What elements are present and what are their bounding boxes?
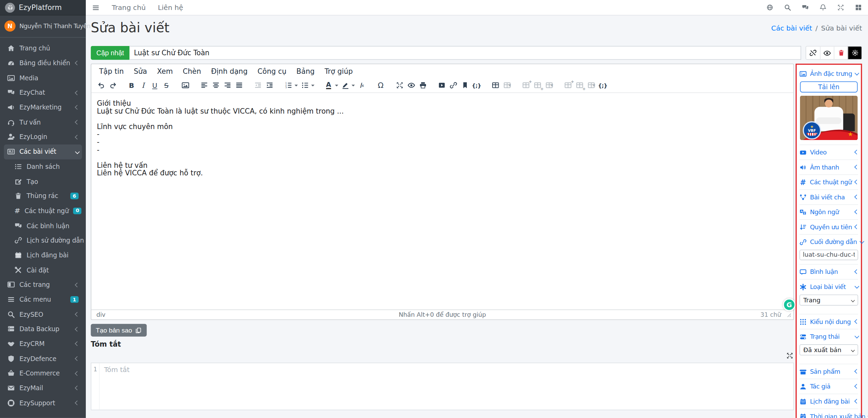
upload-button[interactable]: Tải lên: [800, 81, 858, 92]
code-sample-button[interactable]: {;}: [597, 79, 609, 92]
user-panel[interactable]: N Nguyễn Thị Thanh Tuyền: [0, 15, 86, 38]
italic-button[interactable]: I: [137, 79, 149, 92]
update-button[interactable]: Cập nhật: [91, 46, 130, 60]
sidebar-item-thung-rac[interactable]: Thùng rác6: [11, 189, 82, 204]
section-header-post-type[interactable]: Loại bài viết: [799, 280, 858, 293]
section-header-video[interactable]: Video: [799, 146, 858, 159]
anchor-button[interactable]: [459, 79, 471, 92]
undo-button[interactable]: [95, 79, 107, 92]
bold-button[interactable]: B: [126, 79, 137, 92]
section-header-language[interactable]: Ngôn ngữ: [799, 205, 858, 219]
section-header-author[interactable]: Tác giả: [799, 380, 858, 393]
hamburger-icon[interactable]: [92, 3, 100, 11]
insert-image-button[interactable]: [180, 79, 191, 92]
align-right-button[interactable]: [221, 79, 233, 92]
post-type-select[interactable]: Trang: [799, 294, 858, 305]
sidebar-item-lich-su-duong-dan[interactable]: Lịch sử đường dẫn: [11, 233, 82, 248]
redo-button[interactable]: [107, 79, 118, 92]
insert-media-button[interactable]: [436, 79, 448, 92]
section-header-schedule[interactable]: Lịch đăng bài: [799, 395, 858, 408]
bullet-list-button[interactable]: [299, 79, 311, 92]
text-color-button[interactable]: A: [323, 79, 334, 92]
section-header-products[interactable]: Sản phẩm: [799, 365, 858, 378]
sidebar-item-ezymail[interactable]: EzyMail: [4, 381, 82, 396]
sidebar-item-danh-sach[interactable]: Danh sách: [11, 159, 82, 174]
slug-input[interactable]: [799, 250, 858, 260]
numbered-list-button[interactable]: [282, 79, 294, 92]
align-justify-button[interactable]: [233, 79, 245, 92]
chevron-down-icon[interactable]: [294, 85, 298, 88]
sidebar-item-cac-thuat-ngu[interactable]: #Các thuật ngữ0: [11, 204, 82, 218]
indent-button[interactable]: [264, 79, 275, 92]
sidebar-item-tao[interactable]: Tạo: [11, 174, 82, 189]
sidebar-item-media[interactable]: Media: [4, 70, 82, 85]
print-button[interactable]: [417, 79, 429, 92]
clear-formatting-button[interactable]: Ix: [356, 79, 368, 92]
special-char-button[interactable]: Ω: [375, 79, 386, 92]
unlink-button[interactable]: [806, 47, 820, 59]
delete-table-button[interactable]: ×: [501, 79, 513, 92]
sidebar-item-bang-dieu-khien[interactable]: Bảng điều khiển: [4, 56, 82, 70]
row-below-button[interactable]: +: [532, 79, 543, 92]
sidebar-item-trang-chu[interactable]: Trang chủ: [4, 41, 82, 56]
section-header-status[interactable]: Trạng thái: [799, 330, 858, 343]
outdent-button[interactable]: [252, 79, 264, 92]
sidebar-item-cac-menu[interactable]: Các menu1: [4, 292, 82, 307]
sidebar-item-ezyseo[interactable]: EzySEO: [4, 307, 82, 322]
menu-tools[interactable]: Công cụ: [253, 67, 291, 75]
section-header-slug[interactable]: Cuối đường dẫn: [799, 235, 858, 249]
topbar-link-home[interactable]: Trang chủ: [112, 3, 146, 12]
duplicate-button[interactable]: Tạo bản sao: [91, 324, 147, 337]
sidebar-item-e-commerce[interactable]: E-Commerce: [4, 366, 82, 381]
sidebar-item-lich-dang-bai[interactable]: Lịch đăng bài: [11, 248, 82, 263]
editor-content[interactable]: Giới thiệu Luật sư Chử Đức Toàn là luật …: [91, 94, 793, 310]
section-header-publish-time[interactable]: Thời gian xuất bản: [799, 410, 858, 418]
summary-editor[interactable]: 1 Tóm tắt: [91, 363, 794, 410]
sidebar-item-ezymarketing[interactable]: EzyMarketing: [4, 100, 82, 115]
status-select[interactable]: Đã xuất bản: [799, 344, 858, 355]
sidebar-item-tu-van[interactable]: Tư vấn: [4, 115, 82, 130]
sidebar-item-data-backup[interactable]: Data Backup: [4, 322, 82, 336]
section-header-featured-image[interactable]: Ảnh đặc trưng: [799, 67, 858, 80]
col-after-button[interactable]: +: [574, 79, 585, 92]
delete-col-button[interactable]: ×: [585, 79, 597, 92]
row-above-button[interactable]: +: [520, 79, 532, 92]
insert-link-button[interactable]: [447, 79, 459, 92]
source-code-button[interactable]: {;}: [471, 79, 482, 92]
sidebar-item-cac-bai-viet[interactable]: Các bài viết: [4, 144, 82, 159]
menu-format[interactable]: Định dạng: [206, 67, 252, 75]
chevron-down-icon[interactable]: [311, 85, 315, 88]
underline-button[interactable]: U: [149, 79, 161, 92]
highlight-color-button[interactable]: [339, 79, 351, 92]
section-header-audio[interactable]: Âm thanh: [799, 161, 858, 174]
menu-help[interactable]: Trợ giúp: [320, 67, 358, 75]
resize-grip-icon[interactable]: [785, 311, 791, 318]
section-header-parent-post[interactable]: Bài viết cha: [799, 190, 858, 204]
featured-image[interactable]: ★ ★ VBF: [800, 96, 858, 140]
strikethrough-button[interactable]: S: [161, 79, 172, 92]
preview-button[interactable]: [405, 79, 417, 92]
col-before-button[interactable]: +: [562, 79, 574, 92]
menu-edit[interactable]: Sửa: [129, 67, 152, 75]
delete-row-button[interactable]: ×: [543, 79, 555, 92]
post-title-input[interactable]: [129, 46, 801, 60]
summary-expand-icon[interactable]: [786, 352, 794, 359]
chevron-down-icon[interactable]: [351, 85, 355, 88]
sidebar-item-cai-dat[interactable]: Cài đặt: [11, 263, 82, 277]
topbar-link-contact[interactable]: Liên hệ: [158, 3, 183, 12]
section-header-terms[interactable]: # Các thuật ngữ: [799, 175, 858, 189]
menu-view[interactable]: Xem: [152, 67, 178, 75]
breadcrumb-parent-link[interactable]: Các bài viết: [771, 24, 812, 32]
menu-table[interactable]: Bảng: [291, 67, 320, 75]
sidebar-item-ezycrm[interactable]: EzyCRM: [4, 336, 82, 351]
brand[interactable]: EzyPlatform: [0, 0, 86, 15]
insert-table-button[interactable]: [489, 79, 501, 92]
search-icon[interactable]: [784, 4, 791, 11]
section-header-priority[interactable]: Quyền ưu tiên: [799, 220, 858, 234]
globe-icon[interactable]: [766, 4, 774, 11]
fullscreen-icon[interactable]: [837, 4, 844, 11]
fullscreen-button[interactable]: [394, 79, 405, 92]
settings-button[interactable]: [848, 47, 861, 59]
grammarly-badge[interactable]: G: [783, 298, 796, 311]
bell-icon[interactable]: [819, 4, 826, 11]
